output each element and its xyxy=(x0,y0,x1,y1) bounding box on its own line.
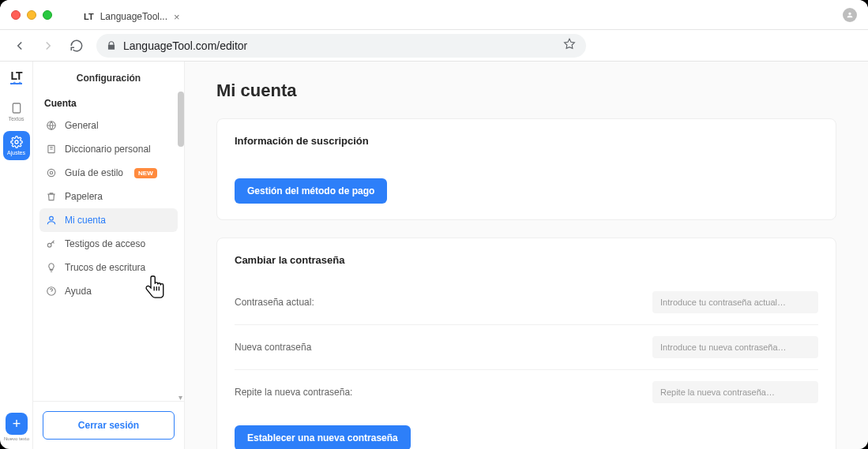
repeat-password-input[interactable] xyxy=(652,381,818,403)
subscription-title: Información de suscripción xyxy=(235,135,818,147)
key-icon xyxy=(46,238,57,249)
bookmark-star-icon[interactable] xyxy=(562,37,577,54)
sidebar-item-label: Mi cuenta xyxy=(65,215,106,226)
sidebar-item-label: Guía de estilo xyxy=(65,167,123,178)
lightbulb-icon xyxy=(46,262,57,273)
sidebar-item-label: Testigos de acceso xyxy=(65,238,145,249)
current-password-label: Contraseña actual: xyxy=(235,297,314,308)
sidebar-item-label: Trucos de escritura xyxy=(65,262,145,273)
new-password-label: Nueva contraseña xyxy=(235,342,311,353)
svg-rect-0 xyxy=(13,103,20,113)
svg-point-4 xyxy=(47,169,54,176)
tab-close-button[interactable]: × xyxy=(174,11,180,23)
page-title: Mi cuenta xyxy=(216,80,836,101)
svg-point-7 xyxy=(47,243,51,247)
lock-icon xyxy=(106,40,117,51)
help-icon xyxy=(46,286,57,297)
new-password-input[interactable] xyxy=(652,336,818,358)
window-titlebar: LT LanguageTool... × xyxy=(0,0,868,30)
sidebar-item-dictionary[interactable]: Diccionario personal xyxy=(39,137,178,161)
tab-favicon: LT xyxy=(84,12,94,21)
window-maximize-button[interactable] xyxy=(43,10,52,20)
app-logo[interactable]: LT xyxy=(10,69,21,84)
subscription-card: Información de suscripción Gestión del m… xyxy=(216,118,836,220)
rail-item-settings[interactable]: Ajustes xyxy=(3,131,30,160)
repeat-password-label: Repite la nueva contraseña: xyxy=(235,387,352,398)
sidebar-item-writing-tips[interactable]: Trucos de escritura xyxy=(39,256,178,279)
browser-toolbar: LanguageTool.com/editor xyxy=(0,30,868,62)
rail-item-texts[interactable]: Textos xyxy=(3,97,30,126)
sidebar-item-general[interactable]: General xyxy=(39,114,178,137)
sidebar-item-label: Diccionario personal xyxy=(65,144,151,155)
scrollbar-arrow-down-icon[interactable]: ▾ xyxy=(176,392,184,402)
sidebar-title: Configuración xyxy=(33,62,184,92)
user-icon xyxy=(46,215,57,226)
tab-title: LanguageTool... xyxy=(100,11,167,22)
svg-point-1 xyxy=(15,140,18,144)
current-password-input[interactable] xyxy=(652,291,818,313)
set-password-button[interactable]: Establecer una nueva contraseña xyxy=(235,425,411,449)
sidebar-item-label: General xyxy=(65,120,99,131)
new-text-button[interactable]: + xyxy=(6,413,28,435)
sidebar-item-trash[interactable]: Papelera xyxy=(39,185,178,208)
address-bar[interactable]: LanguageTool.com/editor xyxy=(96,34,586,58)
password-title: Cambiar la contraseña xyxy=(235,254,818,266)
logout-button[interactable]: Cerrar sesión xyxy=(43,411,175,440)
sidebar-item-help[interactable]: Ayuda xyxy=(39,279,178,303)
manage-payment-button[interactable]: Gestión del método de pago xyxy=(235,178,387,204)
sidebar-item-style-guide[interactable]: Guía de estilo NEW xyxy=(39,161,178,185)
sidebar-item-label: Papelera xyxy=(65,191,103,202)
profile-avatar-button[interactable] xyxy=(843,8,857,22)
window-close-button[interactable] xyxy=(11,10,21,20)
main-panel: Mi cuenta Información de suscripción Ges… xyxy=(185,62,868,449)
book-icon xyxy=(46,144,57,155)
window-minimize-button[interactable] xyxy=(27,10,36,20)
back-button[interactable] xyxy=(8,34,32,58)
sidebar-item-access-tokens[interactable]: Testigos de acceso xyxy=(39,232,178,256)
target-icon xyxy=(46,167,57,178)
new-text-label: Nuevo texto xyxy=(4,436,29,441)
app-rail: LT Textos Ajustes + Nuevo texto xyxy=(0,62,33,449)
new-badge: NEW xyxy=(134,168,157,178)
url-text: LanguageTool.com/editor xyxy=(123,39,556,52)
sidebar-group-account: Cuenta xyxy=(39,92,178,114)
reload-button[interactable] xyxy=(65,34,88,58)
rail-label-settings: Ajustes xyxy=(7,150,25,155)
sidebar-item-my-account[interactable]: Mi cuenta xyxy=(39,208,178,232)
password-card: Cambiar la contraseña Contraseña actual:… xyxy=(216,238,836,449)
sidebar-item-label: Ayuda xyxy=(65,286,92,297)
rail-label-texts: Textos xyxy=(8,116,24,122)
svg-point-6 xyxy=(50,216,54,220)
svg-point-5 xyxy=(50,171,53,174)
browser-tab[interactable]: LT LanguageTool... × xyxy=(74,4,190,29)
forward-button[interactable] xyxy=(36,34,60,58)
scrollbar-thumb[interactable] xyxy=(178,92,184,147)
globe-icon xyxy=(46,120,57,131)
trash-icon xyxy=(46,191,57,202)
settings-sidebar: Configuración Cuenta General Diccionario… xyxy=(33,62,185,449)
